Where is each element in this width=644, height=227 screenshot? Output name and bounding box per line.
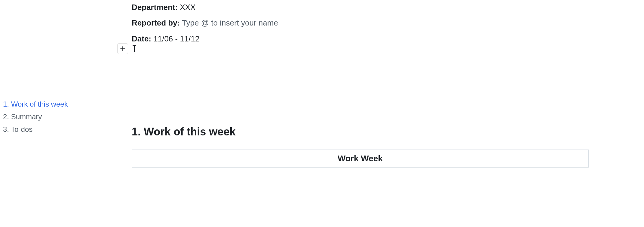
table-header: Work Week bbox=[132, 150, 588, 167]
meta-department-value: XXX bbox=[180, 3, 195, 12]
table-header-label: Work Week bbox=[338, 154, 383, 163]
meta-date[interactable]: Date: 11/06 - 11/12 bbox=[132, 33, 589, 44]
meta-department[interactable]: Department: XXX bbox=[132, 2, 589, 13]
text-cursor-icon bbox=[131, 44, 138, 53]
work-week-table[interactable]: Work Week bbox=[132, 150, 589, 168]
plus-icon bbox=[120, 46, 125, 51]
outline-item-label: 3. To-dos bbox=[3, 125, 32, 133]
outline-item-work-of-this-week[interactable]: 1. Work of this week bbox=[3, 98, 68, 110]
outline-item-label: 1. Work of this week bbox=[3, 100, 68, 108]
meta-reported-by-label: Reported by: bbox=[132, 18, 180, 27]
section-heading-work-of-this-week[interactable]: 1. Work of this week bbox=[132, 126, 235, 138]
add-block-row bbox=[117, 43, 138, 54]
outline-item-label: 2. Summary bbox=[3, 113, 42, 121]
add-block-button[interactable] bbox=[117, 43, 128, 54]
meta-reported-by[interactable]: Reported by: Type @ to insert your name bbox=[132, 17, 589, 28]
outline-item-todos[interactable]: 3. To-dos bbox=[3, 123, 68, 136]
meta-date-value: 11/06 - 11/12 bbox=[153, 34, 199, 43]
outline-item-summary[interactable]: 2. Summary bbox=[3, 110, 68, 123]
outline: 1. Work of this week 2. Summary 3. To-do… bbox=[3, 98, 68, 136]
document-meta: Department: XXX Reported by: Type @ to i… bbox=[132, 0, 589, 49]
meta-department-label: Department: bbox=[132, 3, 178, 12]
meta-date-label: Date: bbox=[132, 34, 151, 43]
meta-reported-by-placeholder: Type @ to insert your name bbox=[182, 18, 278, 27]
